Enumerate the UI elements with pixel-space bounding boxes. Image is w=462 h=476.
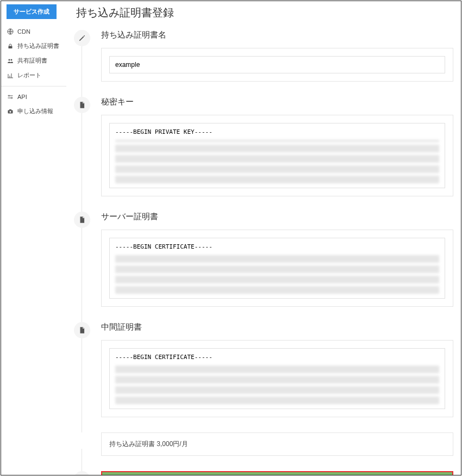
section-label: 中間証明書 xyxy=(101,322,453,332)
svg-point-2 xyxy=(9,59,10,60)
step-server-cert: サーバー証明書 xyxy=(74,212,453,307)
step-cert-name: 持ち込み証明書名 xyxy=(74,30,453,82)
section-label: サーバー証明書 xyxy=(101,212,453,222)
lock-icon xyxy=(7,42,14,50)
section-label: 持ち込み証明書名 xyxy=(101,30,453,40)
pencil-icon xyxy=(74,30,90,46)
spacer xyxy=(74,432,90,449)
service-create-button[interactable]: サービス作成 xyxy=(7,4,57,19)
sidebar-item-byoc[interactable]: 持ち込み証明書 xyxy=(1,39,66,53)
sidebar-item-cdn[interactable]: CDN xyxy=(1,24,66,39)
document-icon xyxy=(74,97,90,113)
page-title: 持ち込み証明書登録 xyxy=(76,5,453,20)
private-key-textarea[interactable] xyxy=(115,128,439,137)
document-icon xyxy=(74,322,90,338)
main-content: 持ち込み証明書登録 持ち込み証明書名 秘密キー xyxy=(66,1,461,475)
sidebar: サービス作成 CDN 持ち込み証明書 共有証明書 レポート xyxy=(1,1,66,475)
sidebar-item-report[interactable]: レポート xyxy=(1,68,66,83)
svg-point-5 xyxy=(11,97,13,98)
sidebar-divider xyxy=(1,86,66,86)
step-price: 持ち込み証明書 3,000円/月 xyxy=(74,432,453,456)
chart-icon xyxy=(7,72,14,79)
server-cert-redacted xyxy=(115,255,439,294)
camera-icon xyxy=(7,108,14,115)
step-private-key: 秘密キー xyxy=(74,97,453,196)
confirm-button[interactable]: 確認画面へ xyxy=(101,471,453,475)
svg-point-7 xyxy=(10,111,11,113)
svg-rect-8 xyxy=(9,109,11,110)
globe-icon xyxy=(7,28,14,35)
server-cert-textarea[interactable] xyxy=(115,243,439,251)
users-icon xyxy=(7,57,14,65)
private-key-redacted xyxy=(115,140,439,183)
step-confirm: 確認画面へ xyxy=(74,471,453,475)
chain-cert-textarea[interactable] xyxy=(115,353,439,362)
sidebar-item-label: API xyxy=(17,94,27,100)
sidebar-item-label: 共有証明書 xyxy=(17,57,47,65)
price-info: 持ち込み証明書 3,000円/月 xyxy=(101,432,453,456)
sidebar-item-application[interactable]: 申し込み情報 xyxy=(1,104,66,119)
sidebar-item-api[interactable]: API xyxy=(1,90,66,104)
chain-cert-redacted xyxy=(115,365,439,404)
document-icon xyxy=(74,212,90,228)
sidebar-item-label: 申し込み情報 xyxy=(17,107,53,115)
check-circle-icon xyxy=(74,471,90,475)
cert-name-input[interactable] xyxy=(109,56,445,73)
svg-point-4 xyxy=(9,95,10,96)
sidebar-item-label: レポート xyxy=(17,71,41,79)
sidebar-item-label: 持ち込み証明書 xyxy=(17,42,59,50)
sliders-icon xyxy=(7,93,14,101)
step-chain-cert: 中間証明書 xyxy=(74,322,453,417)
section-label: 秘密キー xyxy=(101,97,453,107)
svg-rect-1 xyxy=(9,46,13,48)
sidebar-item-label: CDN xyxy=(17,28,30,35)
sidebar-item-shared-cert[interactable]: 共有証明書 xyxy=(1,53,66,68)
svg-point-3 xyxy=(11,59,13,60)
